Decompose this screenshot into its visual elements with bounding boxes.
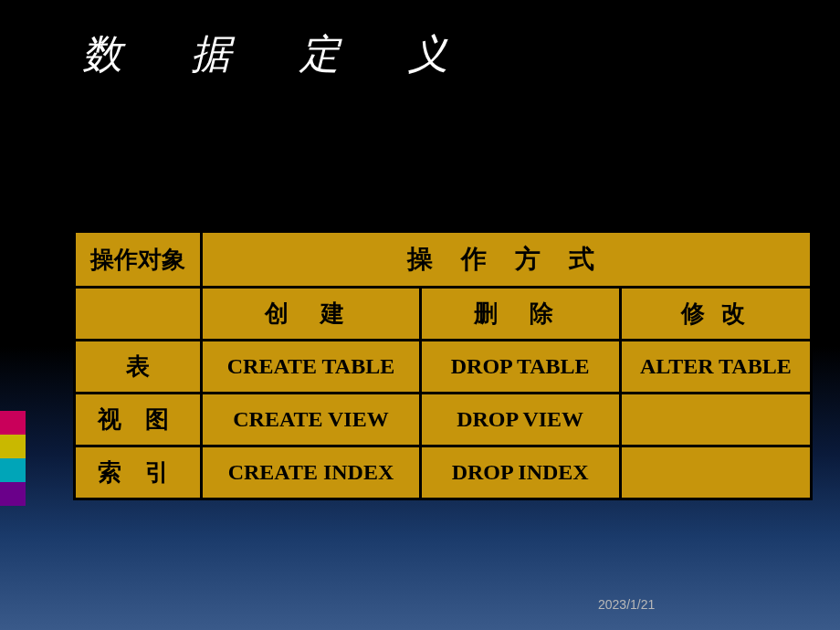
cell-alter-index (620, 446, 811, 499)
row-label-index: 索 引 (75, 446, 202, 499)
cell-alter-table: ALTER TABLE (620, 341, 811, 394)
sub-header-drop: 删 除 (420, 288, 620, 341)
color-block (0, 435, 26, 458)
cell-alter-view (620, 394, 811, 446)
table-row: 表 CREATE TABLE DROP TABLE ALTER TABLE (75, 341, 812, 394)
date-stamp: 2023/1/21 (598, 597, 655, 612)
decorative-color-strip (0, 411, 26, 506)
table-row: 创 建 删 除 修 改 (75, 288, 812, 341)
slide-title: 数 据 定 义 (82, 27, 478, 81)
color-block (0, 482, 26, 506)
sub-header-alter: 修 改 (620, 288, 811, 341)
cell-drop-index: DROP INDEX (420, 446, 620, 499)
color-block (0, 458, 26, 482)
color-block (0, 411, 26, 435)
header-object: 操作对象 (75, 232, 202, 288)
slide-container: 数 据 定 义 表 3.2 SQL 的数据定义语句 操作对象 操 作 方 式 创… (0, 0, 840, 630)
row-label-table: 表 (75, 341, 202, 394)
table-row: 索 引 CREATE INDEX DROP INDEX (75, 446, 812, 499)
cell-create-table: CREATE TABLE (202, 341, 420, 394)
sql-definition-table: 操作对象 操 作 方 式 创 建 删 除 修 改 表 CREATE TABLE … (73, 230, 813, 500)
header-operation: 操 作 方 式 (202, 232, 812, 288)
table-row: 操作对象 操 作 方 式 (75, 232, 812, 288)
cell-create-view: CREATE VIEW (202, 394, 420, 446)
cell-drop-table: DROP TABLE (420, 341, 620, 394)
sub-header-create: 创 建 (202, 288, 420, 341)
cell-drop-view: DROP VIEW (420, 394, 620, 446)
cell-create-index: CREATE INDEX (202, 446, 420, 499)
row-label-view: 视 图 (75, 394, 202, 446)
table-row: 视 图 CREATE VIEW DROP VIEW (75, 394, 812, 446)
table-caption: 表 3.2 SQL 的数据定义语句 (0, 194, 840, 232)
empty-cell (75, 288, 202, 341)
